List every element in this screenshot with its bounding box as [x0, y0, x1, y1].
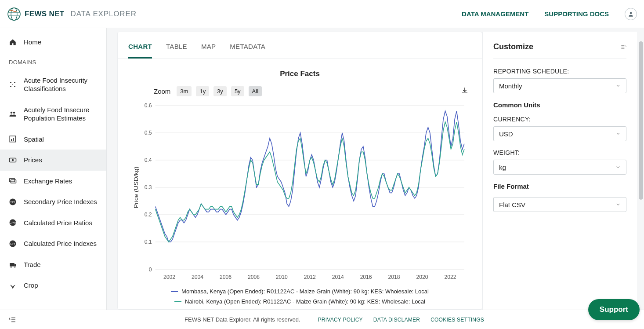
app-header: FEWS NET DATA EXPLORER DATA MANAGEMENT S…: [0, 0, 644, 28]
svg-text:2022: 2022: [444, 274, 456, 281]
svg-point-4: [14, 82, 15, 83]
sidebar-label: Trade: [24, 260, 41, 269]
sidebar-item-crop[interactable]: Crop: [0, 275, 106, 296]
sidebar-item-secondary-price-indexes[interactable]: SPI Secondary Price Indexes: [0, 191, 106, 212]
cpi-icon: CPI: [9, 240, 17, 248]
sidebar-label: Secondary Price Indexes: [24, 197, 97, 206]
weight-select[interactable]: kg: [493, 160, 626, 175]
svg-text:Price (USD/kg): Price (USD/kg): [133, 167, 139, 208]
footer-privacy-link[interactable]: PRIVACY POLICY: [318, 317, 363, 323]
chevron-down-icon: [615, 130, 621, 138]
collapse-panel-icon[interactable]: [620, 44, 626, 50]
zoom-all[interactable]: All: [249, 86, 262, 96]
tab-table[interactable]: TABLE: [166, 43, 187, 58]
sidebar-item-calculated-price-ratios[interactable]: CPR Calculated Price Ratios: [0, 212, 106, 234]
svg-text:2008: 2008: [248, 274, 260, 281]
zoom-3y[interactable]: 3y: [213, 86, 227, 96]
globe-icon: [7, 7, 21, 21]
zoom-5y[interactable]: 5y: [231, 86, 244, 96]
svg-text:2006: 2006: [220, 274, 232, 281]
chart-plot[interactable]: 00.10.20.30.40.50.6200220042006200820102…: [131, 101, 469, 284]
svg-text:0.3: 0.3: [145, 184, 152, 191]
home-icon: [9, 38, 17, 46]
zoom-1y[interactable]: 1y: [196, 86, 209, 96]
chart-legend: Mombasa, Kenya (Open Ended): R01122AC - …: [131, 288, 469, 305]
svg-text:2002: 2002: [163, 274, 175, 281]
sidebar-item-population-estimates[interactable]: Acutely Food Insecure Population Estimat…: [0, 99, 106, 129]
svg-text:0.4: 0.4: [145, 157, 152, 164]
sidebar-item-acute-food-insecurity[interactable]: Acute Food Insecurity Classifications: [0, 70, 106, 99]
brand-logo[interactable]: FEWS NET DATA EXPLORER: [7, 7, 137, 21]
trade-icon: [9, 260, 17, 268]
svg-point-5: [10, 86, 11, 87]
svg-text:0: 0: [149, 266, 152, 273]
user-menu-button[interactable]: [625, 8, 637, 20]
zoom-label: Zoom: [154, 88, 170, 95]
tab-metadata[interactable]: METADATA: [230, 43, 265, 58]
tab-map[interactable]: MAP: [201, 43, 216, 58]
collapse-sidebar-button[interactable]: [9, 316, 17, 324]
nav-supporting-docs[interactable]: SUPPORTING DOCS: [544, 10, 609, 18]
svg-text:2012: 2012: [304, 274, 316, 281]
currency-select[interactable]: USD: [493, 126, 626, 141]
sidebar-label: Crop: [24, 281, 38, 290]
sidebar-section-domains: DOMAINS: [0, 53, 106, 70]
nav-data-management[interactable]: DATA MANAGEMENT: [462, 10, 528, 18]
svg-rect-11: [13, 138, 14, 141]
support-button[interactable]: Support: [588, 299, 640, 320]
legend-item-nairobi[interactable]: Nairobi, Kenya (Open Ended): R01122AC - …: [174, 298, 425, 305]
sidebar-item-trade[interactable]: Trade: [0, 254, 106, 275]
svg-text:0.5: 0.5: [145, 130, 152, 136]
format-select[interactable]: Flat CSV: [493, 197, 626, 212]
sidebar-label: Exchange Rates: [24, 177, 72, 186]
population-icon: [9, 110, 17, 118]
chart-title: Price Facts: [131, 69, 469, 78]
customize-panel: Customize REPORTING SCHEDULE: Monthly Co…: [482, 32, 637, 310]
legend-swatch: [174, 301, 181, 302]
zoom-controls: Zoom 3m 1y 3y 5y All: [131, 86, 469, 96]
legend-item-mombasa[interactable]: Mombasa, Kenya (Open Ended): R01122AC - …: [171, 288, 429, 295]
common-units-heading: Common Units: [493, 101, 626, 109]
spi-icon: SPI: [9, 198, 17, 206]
sidebar-label: Spatial: [24, 135, 44, 144]
customize-title: Customize: [493, 42, 533, 51]
support-label: Support: [600, 305, 628, 314]
tab-chart[interactable]: CHART: [128, 43, 152, 58]
spatial-icon: [9, 135, 17, 143]
chevron-down-icon: [615, 201, 621, 208]
exchange-icon: [9, 177, 17, 185]
svg-text:2014: 2014: [332, 274, 344, 281]
svg-text:2016: 2016: [360, 274, 372, 281]
footer: FEWS NET Data Explorer. All rights reser…: [0, 310, 644, 329]
sidebar-item-prices[interactable]: Prices: [0, 150, 106, 171]
footer-disclaimer-link[interactable]: DATA DISCLAMER: [373, 317, 420, 323]
sidebar-label: Prices: [24, 156, 42, 164]
sidebar-item-exchange-rates[interactable]: Exchange Rates: [0, 171, 106, 192]
sidebar-item-spatial[interactable]: Spatial: [0, 129, 106, 150]
crop-icon: [9, 281, 17, 289]
footer-copyright: FEWS NET Data Explorer. All rights reser…: [185, 316, 300, 323]
download-button[interactable]: [461, 87, 469, 96]
sidebar-item-calculated-price-indexes[interactable]: CPI Calculated Price Indexes: [0, 233, 106, 254]
svg-text:0.1: 0.1: [145, 239, 152, 245]
svg-text:0.6: 0.6: [145, 102, 152, 109]
chart-panel: CHART TABLE MAP METADATA Price Facts Zoo…: [117, 32, 482, 310]
svg-text:2004: 2004: [192, 274, 203, 281]
legend-label: Mombasa, Kenya (Open Ended): R01122AC - …: [181, 288, 429, 295]
svg-point-3: [10, 82, 11, 83]
sidebar-item-home[interactable]: Home: [0, 32, 106, 53]
user-icon: [628, 11, 634, 17]
sidebar-label: Calculated Price Ratios: [24, 219, 92, 227]
footer-cookies-link[interactable]: COOKIES SETTINGS: [431, 317, 484, 323]
vertical-scrollbar[interactable]: [638, 28, 644, 310]
zoom-3m[interactable]: 3m: [177, 86, 192, 96]
legend-label: Nairobi, Kenya (Open Ended): R01122AC - …: [185, 298, 425, 305]
svg-point-1: [11, 8, 17, 20]
currency-value: USD: [499, 130, 513, 138]
svg-text:SPI: SPI: [11, 201, 15, 204]
schedule-select[interactable]: Monthly: [493, 78, 626, 93]
svg-point-13: [12, 159, 14, 161]
schedule-value: Monthly: [499, 82, 522, 90]
scrollbar-thumb[interactable]: [639, 41, 643, 200]
svg-text:CPI: CPI: [10, 242, 15, 245]
